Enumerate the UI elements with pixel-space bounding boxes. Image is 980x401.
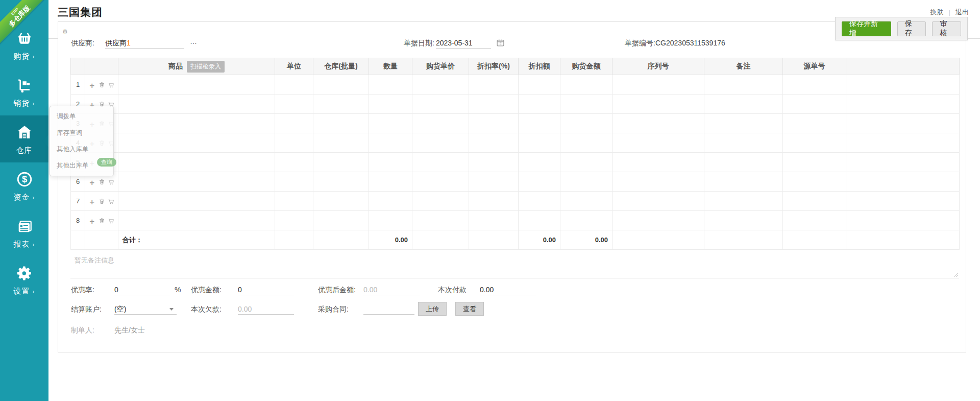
percent-sign: % [175, 284, 181, 295]
supplier-field[interactable]: 供应商1 [105, 37, 184, 49]
delete-row-icon[interactable] [98, 178, 106, 186]
basket-icon [15, 29, 34, 48]
remark-placeholder: 暂无备注信息 [75, 256, 114, 265]
line-items-table: 商品扫描枪录入 单位 仓库(批量) 数量 购货单价 折扣率(%) 折扣额 购货金… [70, 58, 959, 250]
query-badge: 查询 [97, 158, 116, 167]
sidebar-item-sales[interactable]: 销货› [0, 68, 48, 115]
purchase-order-panel: ⚙ 保存并新增 保存 审核 供应商: 供应商1 … 单据日期: 2023-05-… [58, 21, 966, 352]
col-discount-amount: 折扣额 [519, 58, 560, 75]
upload-button[interactable]: 上传 [418, 302, 447, 316]
settle-account-select[interactable]: (空) [114, 303, 177, 315]
after-discount-input[interactable]: 0.00 [363, 284, 420, 295]
creator-label: 制单人: [71, 324, 94, 336]
logout-link[interactable]: 退出 [955, 8, 969, 17]
sidebar-label-reports: 报表 [13, 240, 30, 249]
sidebar-item-funds[interactable]: $ 资金› [0, 162, 48, 209]
col-warehouse: 仓库(批量) [313, 58, 369, 75]
chevron-right-icon: › [32, 288, 35, 295]
add-row-icon[interactable]: ＋ [88, 217, 96, 225]
chevron-right-icon: › [32, 100, 35, 107]
submenu-arrow [42, 135, 48, 147]
cart-icon [15, 76, 34, 95]
add-row-icon[interactable]: ＋ [88, 178, 96, 186]
menu-item-other-inbound[interactable]: 其他入库单 [50, 141, 113, 157]
settings-icon [15, 264, 34, 283]
discount-rate-label: 优惠率: [71, 284, 94, 295]
select-goods-cart-icon[interactable] [108, 81, 115, 89]
col-extra [846, 58, 960, 75]
sidebar-item-settings[interactable]: 设置› [0, 256, 48, 303]
chevron-right-icon: › [32, 194, 35, 201]
table-row: 2 ＋ [71, 95, 960, 114]
resize-handle[interactable] [953, 272, 958, 277]
save-button[interactable]: 保存 [897, 21, 926, 36]
col-discount-rate: 折扣率(%) [469, 58, 519, 75]
table-row: 6 ＋ [71, 172, 960, 192]
audit-button[interactable]: 审核 [932, 21, 961, 36]
warehouse-icon [15, 123, 34, 142]
calendar-icon[interactable] [496, 38, 505, 49]
col-qty: 数量 [369, 58, 412, 75]
payment-input[interactable]: 0.00 [480, 284, 536, 295]
gear-icon[interactable]: ⚙ [62, 28, 68, 35]
table-row: 1 ＋ [71, 75, 960, 95]
col-rownum [71, 58, 85, 75]
save-and-new-button[interactable]: 保存并新增 [842, 21, 891, 36]
select-goods-cart-icon[interactable] [108, 198, 115, 205]
debt-input[interactable]: 0.00 [238, 303, 294, 315]
col-serial: 序列号 [612, 58, 704, 75]
add-row-icon[interactable]: ＋ [88, 198, 96, 205]
after-discount-label: 优惠后金额: [318, 284, 356, 295]
select-goods-cart-icon[interactable] [108, 217, 115, 225]
discount-amount-input[interactable]: 0 [238, 284, 294, 295]
svg-text:$: $ [21, 174, 27, 184]
sidebar-label-funds: 资金 [13, 193, 30, 202]
debt-label: 本次欠款: [191, 303, 222, 315]
table-row: 3 ＋ [71, 114, 960, 133]
total-discount: 0.00 [519, 230, 560, 250]
col-product: 商品扫描枪录入 [118, 58, 275, 75]
chevron-right-icon: › [32, 53, 35, 60]
totals-row: 合计： 0.00 0.00 0.00 [71, 230, 960, 250]
menu-item-stock-query[interactable]: 库存查询 [50, 125, 113, 141]
col-unit: 单位 [275, 58, 313, 75]
more-suppliers-button[interactable]: … [190, 37, 198, 45]
scan-gun-entry-button[interactable]: 扫描枪录入 [187, 61, 225, 73]
main-area: 三国集团 换肤 | 退出 首页 购货单 ⚙ 保存并新增 保存 审核 [48, 0, 980, 401]
delete-row-icon[interactable] [98, 198, 106, 205]
sidebar-label-sales: 销货 [13, 99, 30, 108]
table-header-row: 商品扫描枪录入 单位 仓库(批量) 数量 购货单价 折扣率(%) 折扣额 购货金… [71, 58, 960, 75]
divider: | [949, 9, 950, 16]
company-title: 三国集团 [58, 5, 103, 19]
sidebar-label-purchase: 购货 [13, 52, 30, 61]
sidebar-item-warehouse[interactable]: 仓库 [0, 115, 48, 162]
bill-number-value: CG202305311539176 [655, 37, 725, 49]
bill-date-field[interactable]: 2023-05-31 [436, 37, 491, 49]
delete-row-icon[interactable] [98, 81, 106, 89]
supplier-label: 供应商: [71, 37, 94, 49]
discount-rate-input[interactable]: 0 [114, 284, 170, 295]
chevron-down-icon [169, 308, 174, 311]
total-label: 合计： [118, 230, 275, 250]
payment-label: 本次付款 [438, 284, 467, 295]
sidebar-item-reports[interactable]: 报表› [0, 209, 48, 256]
table-row: 5 ＋ [71, 153, 960, 172]
discount-amount-label: 优惠金额: [191, 284, 222, 295]
contract-input[interactable] [363, 303, 414, 315]
view-button[interactable]: 查看 [455, 302, 484, 316]
add-row-icon[interactable]: ＋ [88, 81, 96, 89]
bill-date-label: 单据日期: [404, 37, 434, 49]
change-skin-link[interactable]: 换肤 [930, 8, 944, 17]
select-goods-cart-icon[interactable] [108, 178, 115, 186]
cell-product[interactable] [118, 75, 275, 95]
contract-label: 采购合同: [318, 303, 349, 315]
total-qty: 0.00 [369, 230, 412, 250]
table-row: 7 ＋ [71, 192, 960, 211]
col-source-bill: 源单号 [783, 58, 846, 75]
total-amount: 0.00 [560, 230, 612, 250]
col-remark: 备注 [704, 58, 783, 75]
menu-item-transfer-order[interactable]: 调拨单 [50, 108, 113, 125]
delete-row-icon[interactable] [98, 217, 106, 225]
supplier-count-badge: 1 [127, 39, 131, 47]
remark-textarea[interactable]: 暂无备注信息 [70, 252, 959, 278]
